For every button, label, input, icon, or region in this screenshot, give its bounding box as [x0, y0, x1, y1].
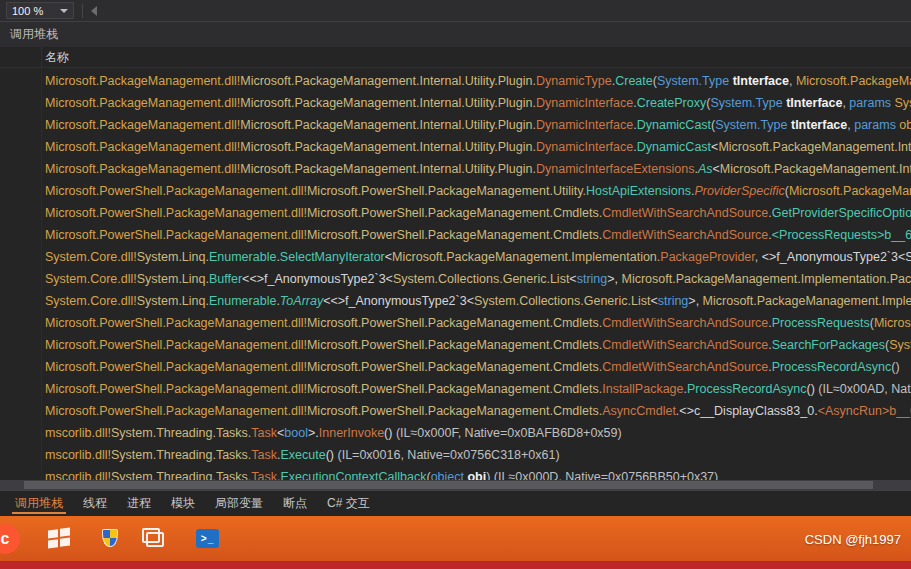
tab-modules[interactable]: 模块	[162, 491, 204, 516]
frame-text-segment: CreateProxy	[637, 96, 706, 110]
frame-text-segment: Task	[251, 448, 277, 462]
tab-threads[interactable]: 线程	[74, 491, 116, 516]
window-stack-icon[interactable]	[146, 532, 164, 547]
callstack-window: 100 % 调用堆栈 名称 Microsoft.PackageManagemen…	[0, 0, 911, 569]
frame-text-segment: System.Linq.	[137, 272, 209, 286]
frame-text-segment: <<>f_AnonymousType2`3<	[323, 294, 474, 308]
scrollbar-thumb[interactable]	[24, 481, 873, 489]
callstack-frame[interactable]: System.Core.dll!System.Linq.Buffer<<>f_A…	[0, 268, 911, 290]
callstack-frame[interactable]: Microsoft.PowerShell.PackageManagement.d…	[0, 334, 911, 356]
frame-text-segment: ProcessRecordAsync	[772, 360, 892, 374]
horizontal-scrollbar[interactable]	[0, 480, 911, 490]
frame-text-segment: System.Collections.Generic.IEnumerable	[889, 338, 911, 352]
uac-shield-icon[interactable]	[102, 529, 118, 547]
frame-text-segment: System.Threading.Tasks.	[111, 426, 251, 440]
frame-text-segment: ()	[384, 426, 396, 440]
frame-text-segment: SearchForPackages	[772, 338, 885, 352]
frame-text-segment: Microsoft.PackageManagement.Internal.Api…	[720, 162, 911, 176]
windows-start-icon[interactable]	[48, 527, 70, 549]
callstack-frame[interactable]: System.Core.dll!System.Linq.Enumerable.T…	[0, 290, 911, 312]
frame-text-segment: DynamicInterface	[536, 140, 633, 154]
frame-text-segment: Microsoft.PackageManagement.Internal.Api…	[789, 184, 911, 198]
frame-text-segment: System.Type	[715, 118, 791, 132]
callstack-frame[interactable]: Microsoft.PowerShell.PackageManagement.d…	[0, 400, 911, 422]
frame-text-segment: InstallPackage	[602, 382, 683, 396]
frame-text-segment: Microsoft.PackageManagement.Internal.Uti…	[240, 74, 536, 88]
frame-text-segment: System.Type[]	[895, 96, 911, 110]
powershell-icon[interactable]: >_	[196, 529, 219, 548]
frame-text-segment: mscorlib.dll!	[45, 448, 111, 462]
frame-text-segment: DynamicCast	[637, 118, 711, 132]
csdn-watermark: CSDN @fjh1997	[805, 531, 901, 546]
chevron-down-icon[interactable]	[60, 9, 68, 13]
panel-title: 调用堆栈	[0, 22, 911, 47]
tab-breakpoints[interactable]: 断点	[274, 491, 316, 516]
callstack-frame[interactable]: System.Core.dll!System.Linq.Enumerable.S…	[0, 246, 911, 268]
frame-text-segment: Microsoft.PackageManagement.dll!	[45, 140, 240, 154]
frame-text-segment: Microsoft.PackageManagement.Implementati…	[874, 316, 911, 330]
frame-text-segment: Microsoft.PowerShell.PackageManagement.d…	[45, 404, 307, 418]
callstack-frame[interactable]: Microsoft.PowerShell.PackageManagement.d…	[0, 312, 911, 334]
frame-text-segment: Microsoft.PackageManagement.dll!	[45, 96, 240, 110]
frame-text-segment: Microsoft.PowerShell.PackageManagement.d…	[45, 338, 307, 352]
frame-text-segment: Enumerable	[209, 250, 276, 264]
callstack-frame[interactable]: Microsoft.PackageManagement.dll!Microsof…	[0, 158, 911, 180]
callstack-frame[interactable]: mscorlib.dll!System.Threading.Tasks.Task…	[0, 466, 911, 480]
column-header-name[interactable]: 名称	[0, 47, 911, 68]
callstack-frame[interactable]: Microsoft.PackageManagement.dll!Microsof…	[0, 114, 911, 136]
frame-text-segment: ProcessRecordAsync	[687, 382, 807, 396]
callstack-frame[interactable]: mscorlib.dll!System.Threading.Tasks.Task…	[0, 422, 911, 444]
callstack-frame[interactable]: Microsoft.PackageManagement.dll!Microsof…	[0, 136, 911, 158]
frame-text-segment: Buffer	[209, 272, 242, 286]
frame-text-segment: string	[577, 272, 608, 286]
tab-processes[interactable]: 进程	[118, 491, 160, 516]
frame-text-segment: ProviderSpecific	[694, 184, 784, 198]
tab-csharp-interactive[interactable]: C# 交互	[318, 491, 379, 516]
frame-text-segment: Task	[251, 426, 277, 440]
frame-text-segment: <>c__DisplayClass83_0.	[679, 404, 817, 418]
frame-text-segment: tInterface	[733, 74, 789, 88]
frame-text-segment: >,	[607, 272, 621, 286]
frame-text-segment: mscorlib.dll!	[45, 470, 111, 480]
callstack-frame[interactable]: Microsoft.PackageManagement.dll!Microsof…	[0, 92, 911, 114]
tab-locals[interactable]: 局部变量	[206, 491, 272, 516]
callstack-frame[interactable]: Microsoft.PowerShell.PackageManagement.d…	[0, 202, 911, 224]
bottom-red-bar	[0, 561, 911, 569]
frame-text-segment: Microsoft.PowerShell.PackageManagement.C…	[307, 404, 602, 418]
frame-text-segment: >,	[688, 294, 702, 308]
frame-text-segment: ,	[755, 250, 762, 264]
frame-text-segment: DynamicType	[536, 74, 612, 88]
frame-text-segment: System.Core.dll!	[45, 272, 137, 286]
frame-text-segment: <ProcessRequests>b__61_0	[772, 228, 911, 242]
frame-text-segment: ()	[807, 382, 819, 396]
frame-text-segment: <	[712, 162, 719, 176]
callstack-frame[interactable]: Microsoft.PowerShell.PackageManagement.d…	[0, 180, 911, 202]
zoom-combobox[interactable]: 100 %	[6, 2, 74, 19]
callstack-frame[interactable]: mscorlib.dll!System.Threading.Tasks.Task…	[0, 444, 911, 466]
back-arrow-icon[interactable]	[91, 6, 97, 16]
frame-text-segment: ()	[891, 360, 899, 374]
frame-text-segment: PackageProvider	[660, 250, 755, 264]
frame-text-segment: Microsoft.PackageManagement.Internal.Uti…	[240, 140, 536, 154]
csdn-logo-icon: c	[0, 524, 20, 554]
callstack-frame[interactable]: Microsoft.PowerShell.PackageManagement.d…	[0, 224, 911, 246]
frame-text-segment: tInterface	[791, 118, 847, 132]
frame-text-segment: Microsoft.PowerShell.PackageManagement.d…	[45, 316, 307, 330]
frame-text-segment: ExecutionContextCallback	[281, 470, 427, 480]
frame-text-segment: DynamicInterface	[536, 118, 633, 132]
frame-text-segment: Microsoft.PowerShell.PackageManagement.U…	[307, 184, 586, 198]
tab-callstack[interactable]: 调用堆栈	[6, 491, 72, 516]
frame-text-segment: ProcessRequests	[772, 316, 870, 330]
frame-text-segment: Microsoft.PackageManagement.dll!	[45, 74, 240, 88]
callstack-frame[interactable]: Microsoft.PackageManagement.dll!Microsof…	[0, 70, 911, 92]
frame-text-segment: CmdletWithSearchAndSource	[602, 316, 768, 330]
frame-text-segment: Microsoft.PackageManagement.Implementati…	[703, 294, 911, 308]
frame-text-segment: System.Collections.Generic.List	[393, 272, 569, 286]
frame-text-segment: Microsoft.PowerShell.PackageManagement.d…	[45, 228, 307, 242]
frame-text-segment: mscorlib.dll!	[45, 426, 111, 440]
frame-text-segment: (IL≈0x000D, Native=0x0756BB50+0x37)	[494, 470, 718, 480]
callstack-frame[interactable]: Microsoft.PowerShell.PackageManagement.d…	[0, 378, 911, 400]
callstack-frame[interactable]: Microsoft.PowerShell.PackageManagement.d…	[0, 356, 911, 378]
frame-text-segment: SelectManyIterator	[280, 250, 385, 264]
toolbar-separator	[82, 4, 83, 18]
